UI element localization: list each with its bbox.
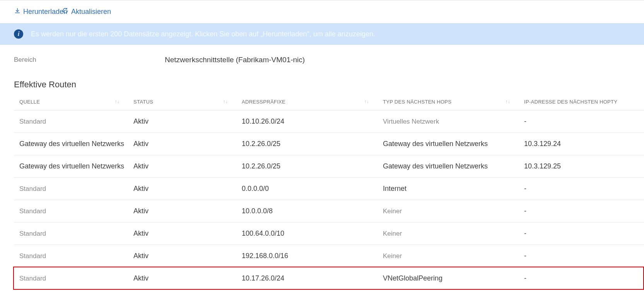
cell-source: Standard xyxy=(14,178,128,200)
table-row[interactable]: StandardAktiv0.0.0.0/0Internet- xyxy=(14,178,644,200)
cell-source: Gateway des virtuellen Netzwerks xyxy=(14,133,128,155)
toolbar: Herunterladen Aktualisieren xyxy=(0,0,644,23)
cell-prefix: 10.2.26.0/25 xyxy=(236,133,378,155)
scope-value: Netzwerkschnittstelle (Fabrikam-VM01-nic… xyxy=(165,56,305,64)
cell-prefix: 10.2.26.0/25 xyxy=(236,155,378,178)
cell-nexthop-ip: 10.3.129.24 xyxy=(519,133,644,155)
cell-source: Standard xyxy=(14,110,128,133)
sort-icon: ↑↓ xyxy=(223,99,228,104)
download-label: Herunterladen xyxy=(23,8,67,16)
table-row[interactable]: StandardAktiv10.0.0.0/8Keiner- xyxy=(14,200,644,223)
cell-nexthop-ip: - xyxy=(519,267,644,290)
col-nexthop-ip[interactable]: IP-ADRESSE DES NÄCHSTEN HOPTY xyxy=(519,94,644,110)
cell-status: Aktiv xyxy=(128,245,236,267)
col-nexthop-type[interactable]: TYP DES NÄCHSTEN HOPS↑↓ xyxy=(378,94,519,110)
cell-status: Aktiv xyxy=(128,178,236,200)
refresh-icon xyxy=(62,7,69,16)
cell-nexthop-type: Gateway des virtuellen Netzwerks xyxy=(378,155,519,178)
cell-prefix: 100.64.0.0/10 xyxy=(236,223,378,245)
cell-prefix: 192.168.0.0/16 xyxy=(236,245,378,267)
table-row[interactable]: StandardAktiv10.17.26.0/24VNetGlobalPeer… xyxy=(14,267,644,290)
routes-table: QUELLE↑↓ STATUS↑↓ ADRESSPRÄFIXE↑↓ TYP DE… xyxy=(14,94,644,290)
cell-nexthop-type: Gateway des virtuellen Netzwerks xyxy=(378,133,519,155)
cell-source: Standard xyxy=(14,267,128,290)
cell-status: Aktiv xyxy=(128,223,236,245)
cell-nexthop-ip: - xyxy=(519,110,644,133)
cell-nexthop-ip: - xyxy=(519,200,644,223)
cell-status: Aktiv xyxy=(128,155,236,178)
cell-source: Standard xyxy=(14,245,128,267)
col-status[interactable]: STATUS↑↓ xyxy=(128,94,236,110)
cell-nexthop-type: VNetGlobalPeering xyxy=(378,267,519,290)
table-row[interactable]: Gateway des virtuellen NetzwerksAktiv10.… xyxy=(14,133,644,155)
cell-source: Standard xyxy=(14,200,128,223)
table-row[interactable]: StandardAktiv192.168.0.0/16Keiner- xyxy=(14,245,644,267)
cell-nexthop-type: Keiner xyxy=(378,245,519,267)
scope-label: Bereich xyxy=(14,56,165,64)
scope-row: Bereich Netzwerkschnittstelle (Fabrikam-… xyxy=(0,45,644,64)
sort-icon: ↑↓ xyxy=(114,99,120,104)
info-text: Es werden nur die ersten 200 Datensätze … xyxy=(31,30,375,38)
cell-nexthop-type: Internet xyxy=(378,178,519,200)
cell-nexthop-ip: - xyxy=(519,178,644,200)
cell-nexthop-type: Keiner xyxy=(378,200,519,223)
cell-status: Aktiv xyxy=(128,200,236,223)
cell-nexthop-type: Keiner xyxy=(378,223,519,245)
table-row[interactable]: StandardAktiv10.10.26.0/24Virtuelles Net… xyxy=(14,110,644,133)
info-icon: i xyxy=(14,29,23,39)
cell-prefix: 10.17.26.0/24 xyxy=(236,267,378,290)
cell-prefix: 10.0.0.0/8 xyxy=(236,200,378,223)
col-prefix[interactable]: ADRESSPRÄFIXE↑↓ xyxy=(236,94,378,110)
cell-prefix: 10.10.26.0/24 xyxy=(236,110,378,133)
col-source[interactable]: QUELLE↑↓ xyxy=(14,94,128,110)
download-icon xyxy=(14,7,21,16)
section-title: Effektive Routen xyxy=(0,64,644,94)
cell-nexthop-ip: - xyxy=(519,245,644,267)
cell-source: Standard xyxy=(14,223,128,245)
refresh-label: Aktualisieren xyxy=(71,8,111,16)
sort-icon: ↑↓ xyxy=(364,99,369,104)
cell-source: Gateway des virtuellen Netzwerks xyxy=(14,155,128,178)
download-button[interactable]: Herunterladen xyxy=(14,7,67,16)
cell-nexthop-type: Virtuelles Netzwerk xyxy=(378,110,519,133)
cell-status: Aktiv xyxy=(128,133,236,155)
cell-nexthop-ip: 10.3.129.25 xyxy=(519,155,644,178)
sort-icon: ↑↓ xyxy=(505,99,510,104)
cell-status: Aktiv xyxy=(128,267,236,290)
cell-prefix: 0.0.0.0/0 xyxy=(236,178,378,200)
cell-status: Aktiv xyxy=(128,110,236,133)
table-row[interactable]: Gateway des virtuellen NetzwerksAktiv10.… xyxy=(14,155,644,178)
table-row[interactable]: StandardAktiv100.64.0.0/10Keiner- xyxy=(14,223,644,245)
info-banner: i Es werden nur die ersten 200 Datensätz… xyxy=(0,23,644,45)
cell-nexthop-ip: - xyxy=(519,223,644,245)
table-header-row: QUELLE↑↓ STATUS↑↓ ADRESSPRÄFIXE↑↓ TYP DE… xyxy=(14,94,644,110)
refresh-button[interactable]: Aktualisieren xyxy=(62,7,111,16)
